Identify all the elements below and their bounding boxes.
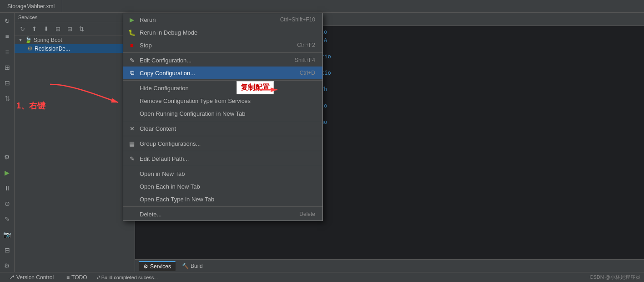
- sort-icon[interactable]: ⇅: [1, 92, 14, 105]
- todo-icon: ≡: [66, 274, 70, 281]
- plugin-icon[interactable]: ⚙: [1, 151, 14, 164]
- menu-rerun[interactable]: ▶ Rerun Ctrl+Shift+F10: [123, 13, 322, 26]
- open-each-type-icon: [128, 195, 136, 203]
- main-container: StorageMabber.xml ↻ ≡ ≡ ⊞ ⊟ ⇅ ⚙ ▶ ⏸ ⊙ ✎ …: [0, 0, 644, 282]
- separator-3: [123, 121, 322, 121]
- build-tab-label: Build: [191, 263, 203, 269]
- delete-icon: [128, 210, 136, 218]
- vc-label: Version Control: [16, 274, 54, 281]
- redission-label: RedissionDe...: [35, 46, 70, 52]
- menu-group-configs[interactable]: ▤ Group Configurations...: [123, 137, 322, 150]
- open-running-icon: [128, 109, 136, 118]
- services-tab-icon: ⚙: [143, 263, 148, 270]
- rerun-shortcut: Ctrl+Shift+F10: [280, 16, 315, 23]
- open-each-new-tab-icon: [128, 182, 136, 190]
- todo-label: TODO: [71, 274, 87, 281]
- tree-redission[interactable]: ⚙ RedissionDe...: [15, 44, 135, 53]
- chinese-annotation-text: 复制配置: [241, 83, 270, 91]
- menu-edit-config[interactable]: ✎ Edit Configuration... Shift+F4: [123, 54, 322, 67]
- play-icon[interactable]: ▶: [1, 166, 14, 179]
- refresh-icon[interactable]: ↻: [1, 15, 14, 27]
- toolbar-refresh[interactable]: ↻: [17, 24, 27, 34]
- edit-config-shortcut: Shift+F4: [295, 57, 315, 63]
- menu-delete-label: Delete...: [140, 211, 161, 218]
- separator-7: [123, 206, 322, 207]
- separator-2: [123, 80, 322, 81]
- edit-config-icon: ✎: [128, 56, 136, 64]
- status-version-control[interactable]: ⎇ Version Control: [4, 273, 58, 282]
- menu-rerun-debug[interactable]: 🐛 Rerun in Debug Mode: [123, 26, 322, 39]
- chinese-tooltip: 复制配置: [236, 81, 274, 94]
- file-tab-label: StorageMabber.xml: [7, 3, 55, 10]
- target-icon[interactable]: ⊙: [1, 197, 14, 210]
- console-bottom-tabs: ⚙ Services 🔨 Build: [135, 259, 644, 272]
- brush-icon[interactable]: ✎: [1, 213, 14, 226]
- menu-open-new-tab-label: Open in New Tab: [140, 170, 185, 177]
- open-new-tab-icon: [128, 169, 136, 178]
- toolbar-sort[interactable]: ⇅: [76, 24, 86, 34]
- align-down-icon[interactable]: ≡: [1, 46, 14, 58]
- file-tab-bar: StorageMabber.xml: [0, 0, 644, 13]
- services-toolbar: ↻ ⬆ ⬇ ⊞ ⊟ ⇅: [15, 22, 135, 36]
- separator-5: [123, 151, 322, 151]
- pause-icon[interactable]: ⏸: [1, 182, 14, 195]
- edit-default-icon: ✎: [128, 154, 136, 163]
- align-up-icon[interactable]: ≡: [1, 30, 14, 43]
- separator-1: [123, 52, 322, 53]
- menu-clear-content-label: Clear Content: [140, 125, 176, 132]
- menu-open-each-new-tab-label: Open Each in New Tab: [140, 183, 200, 190]
- menu-rerun-debug-label: Rerun in Debug Mode: [140, 29, 197, 36]
- menu-open-each-new-tab[interactable]: Open Each in New Tab: [123, 180, 322, 193]
- toolbar-grid[interactable]: ⊞: [53, 24, 63, 34]
- delete-shortcut: Delete: [299, 211, 315, 217]
- copy-config-shortcut: Ctrl+D: [300, 70, 315, 76]
- group-configs-icon: ▤: [128, 139, 136, 148]
- vc-icon: ⎇: [8, 274, 15, 281]
- menu-remove-config-label: Remove Configuration Type from Services: [140, 97, 251, 104]
- menu-clear-content[interactable]: ✕ Clear Content: [123, 122, 322, 135]
- menu-open-each-type[interactable]: Open Each Type in New Tab: [123, 193, 322, 205]
- separator-6: [123, 166, 322, 166]
- menu-remove-config[interactable]: Remove Configuration Type from Services: [123, 94, 322, 107]
- rerun-debug-icon: 🐛: [128, 28, 136, 36]
- menu-open-new-tab[interactable]: Open in New Tab: [123, 167, 322, 180]
- file-tab[interactable]: StorageMabber.xml: [0, 0, 62, 13]
- separator-4: [123, 136, 322, 136]
- settings-icon[interactable]: ⚙: [1, 259, 14, 272]
- menu-edit-config-label: Edit Configuration...: [140, 57, 191, 64]
- grid-icon[interactable]: ⊞: [1, 61, 14, 74]
- tab-services[interactable]: ⚙ Services: [139, 261, 176, 271]
- menu-hide-config[interactable]: Hide Configuration: [123, 82, 322, 94]
- build-tab-icon: 🔨: [182, 263, 189, 269]
- content-area: ↻ ≡ ≡ ⊞ ⊟ ⇅ ⚙ ▶ ⏸ ⊙ ✎ 📷 ⊟ ⚙ Services ↻ ⬆…: [0, 13, 644, 272]
- menu-stop[interactable]: ■ Stop Ctrl+F2: [123, 39, 322, 51]
- toolbar-filter[interactable]: ⊟: [65, 24, 75, 34]
- menu-open-running[interactable]: Open Running Configuration in New Tab: [123, 107, 322, 120]
- status-todo[interactable]: ≡ TODO: [62, 273, 91, 282]
- spring-boot-icon: 🍃: [25, 36, 32, 43]
- menu-copy-config-label: Copy Configuration...: [140, 70, 195, 77]
- tree-spring-boot[interactable]: ▼ 🍃 Spring Boot: [15, 36, 135, 44]
- menu-copy-config[interactable]: ⧉ Copy Configuration... Ctrl+D: [123, 67, 322, 79]
- sidebar-icons: ↻ ≡ ≡ ⊞ ⊟ ⇅ ⚙ ▶ ⏸ ⊙ ✎ 📷 ⊟ ⚙: [0, 13, 15, 272]
- toolbar-align-down[interactable]: ⬇: [41, 24, 51, 34]
- menu-open-running-label: Open Running Configuration in New Tab: [140, 110, 245, 117]
- menu-stop-label: Stop: [140, 42, 152, 49]
- camera-icon[interactable]: 📷: [1, 228, 14, 241]
- menu-delete[interactable]: Delete... Delete: [123, 208, 322, 220]
- menu-open-each-type-label: Open Each Type in New Tab: [140, 196, 214, 203]
- remove-config-icon: [128, 97, 136, 105]
- menu-edit-default[interactable]: ✎ Edit Default Path...: [123, 152, 322, 165]
- menu-hide-config-label: Hide Configuration: [140, 85, 189, 92]
- services-title: Services: [15, 13, 135, 22]
- clear-content-icon: ✕: [128, 124, 136, 133]
- menu-rerun-label: Rerun: [140, 16, 156, 23]
- filter-icon[interactable]: ⊟: [1, 77, 14, 89]
- tab-build[interactable]: 🔨 Build: [177, 261, 207, 271]
- credit-text: CSDN @小林是程序员: [590, 274, 640, 281]
- context-menu: ▶ Rerun Ctrl+Shift+F10 🐛 Rerun in Debug …: [123, 13, 323, 221]
- menu-group-configs-label: Group Configurations...: [140, 140, 201, 147]
- toolbar-align-up[interactable]: ⬆: [29, 24, 39, 34]
- layers-icon[interactable]: ⊟: [1, 244, 14, 256]
- hide-config-icon: [128, 84, 136, 92]
